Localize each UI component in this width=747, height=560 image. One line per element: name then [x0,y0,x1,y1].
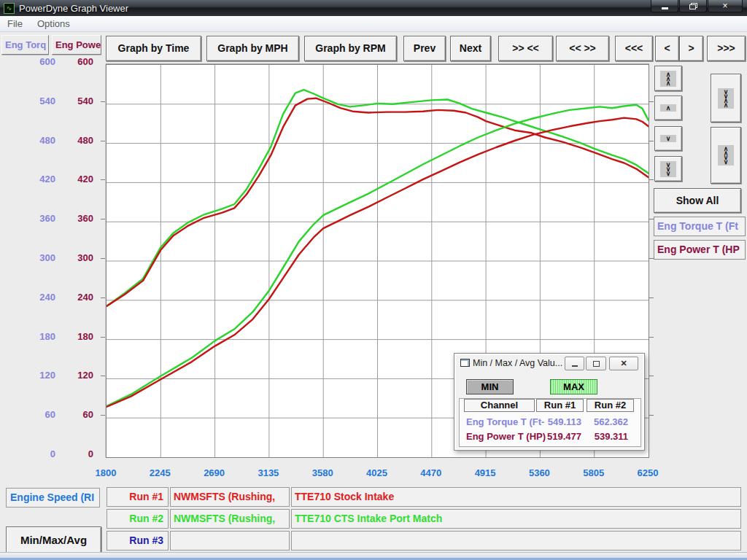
chevron-up-icon: ∧ [660,104,677,112]
x-tick-label: 5360 [516,467,562,478]
popup-minimize-button[interactable] [565,357,584,370]
popup-minimize-icon [572,365,578,367]
restore-icon [689,3,697,9]
next-button[interactable]: Next [450,36,491,61]
pan-right-button[interactable]: > [679,36,703,61]
graph-by-mph-button[interactable]: Graph by MPH [206,36,299,61]
min-toggle-button[interactable]: MIN [466,379,514,394]
run3-label[interactable]: Run #3 [107,531,169,551]
run2-file-box[interactable]: NWMSFTS (Rushing, [170,509,290,529]
run2-description-box[interactable]: TTE710 CTS Intake Port Match [291,509,741,529]
x-tick-label: 6250 [624,467,671,478]
maximize-button[interactable] [679,0,707,12]
axis-tick-mark [101,376,105,376]
y-tick-label-power: 120 [60,370,93,381]
axis-tick-mark [101,141,105,141]
menu-options[interactable]: Options [30,16,77,31]
compress-vertical-icon: ∨ ∨ ∧ ∧ [718,88,735,109]
power-channel-label[interactable]: Eng Power T (HP [654,240,746,260]
zoom-out-x-button[interactable]: << >> [556,36,609,61]
power-row-run1-value: 519.477 [535,431,581,442]
x-tick-label: 3135 [245,467,292,478]
axis-tick-mark [649,337,654,338]
menu-file[interactable]: File [0,16,30,31]
y-tick-label-power: 0 [60,448,93,460]
x-tick-label: 2245 [136,467,183,478]
y-tick-label-power: 180 [60,331,93,343]
column-header-channel: Channel [464,399,535,412]
pan-far-left-button[interactable]: <<< [615,36,653,61]
pan-far-right-button[interactable]: >>> [707,36,746,61]
graph-by-time-button[interactable]: Graph by Time [106,36,201,61]
y-tick-label-torque: 120 [4,370,55,381]
axis-tick-mark [101,337,105,338]
y-tick-label-power: 60 [60,409,93,421]
tab-eng-power[interactable]: Eng Powe [52,35,101,55]
power-row-channel: Eng Power T (HP) [466,431,546,442]
axis-tick-mark [101,101,105,102]
graph-by-rpm-button[interactable]: Graph by RPM [304,36,397,61]
min-max-avg-button[interactable]: Min/Max/Avg [6,526,101,554]
axis-tick-mark [649,376,654,376]
y-zoom-out-button[interactable]: ∧ ∧ ∨ ∨ [711,127,741,184]
x-tick-label: 4915 [462,467,508,478]
axis-tick-mark [101,258,105,259]
run3-description-box[interactable] [291,531,741,551]
y-tick-label-power: 600 [60,56,93,68]
y-tick-label-torque: 360 [4,213,55,225]
tab-eng-torque[interactable]: Eng Torq [1,35,49,55]
y-tick-label-power: 420 [60,174,93,185]
y-tick-label-power: 300 [60,252,93,264]
torque-row-run1-value: 549.113 [535,416,581,427]
scroll-down-button[interactable]: ∨ [654,126,682,151]
x-tick-label: 5805 [570,467,617,478]
column-header-run1: Run #1 [536,399,584,412]
popup-close-icon: ✕ [620,359,627,368]
torque-row-channel: Eng Torque T (Ft- [466,416,544,427]
max-toggle-button[interactable]: MAX [550,379,597,394]
y-tick-label-torque: 540 [4,96,55,107]
chevron-down-icon: ∨ [660,135,677,142]
y-tick-label-torque: 60 [4,409,55,421]
axis-tick-mark [649,101,654,102]
pan-left-button[interactable]: < [655,36,679,61]
zoom-in-x-button[interactable]: >> << [498,36,553,61]
prev-button[interactable]: Prev [403,36,446,61]
x-tick-label: 4025 [354,467,400,478]
column-header-run2: Run #2 [587,399,634,412]
x-axis-channel-box[interactable]: Engine Speed (RI [6,488,100,508]
axis-tick-mark [649,179,654,180]
popup-window-icon [460,359,470,367]
run2-label[interactable]: Run #2 [107,509,169,529]
axis-tick-mark [649,415,654,416]
min-max-popup-window[interactable]: Min / Max / Avg Valu... ✕ MIN MAX Channe… [454,353,645,451]
popup-restore-button[interactable] [586,357,606,370]
scroll-up-fast-button[interactable]: ∧ ∧ ∧ [654,66,682,91]
torque-channel-label[interactable]: Eng Torque T (Ft [654,217,746,236]
app-icon: ∿ [4,3,15,14]
triple-chevron-up-icon: ∧ ∧ ∧ [660,71,677,87]
scroll-up-button[interactable]: ∧ [654,96,682,120]
close-icon: × [722,1,727,11]
run3-file-box[interactable] [170,531,290,551]
minimize-icon [662,7,668,9]
x-tick-label: 3580 [299,467,346,478]
app-window: ∿ PowerDyne Graph Viewer × File Options … [0,0,747,560]
y-tick-label-power: 540 [60,96,93,107]
y-tick-label-torque: 420 [4,174,55,185]
menu-bar: File Options [0,16,747,32]
run1-file-box[interactable]: NWMSFTS (Rushing, [170,487,290,507]
close-button[interactable]: × [708,0,743,12]
x-tick-label: 4470 [408,467,454,478]
show-all-button[interactable]: Show All [654,188,741,213]
y-zoom-in-button[interactable]: ∨ ∨ ∧ ∧ [711,74,741,122]
expand-vertical-icon: ∧ ∧ ∨ ∨ [718,145,735,166]
run1-description-box[interactable]: TTE710 Stock Intake [291,487,741,507]
y-tick-label-power: 360 [60,213,93,225]
run1-label[interactable]: Run #1 [107,487,169,507]
popup-close-button[interactable]: ✕ [609,357,638,370]
scroll-down-fast-button[interactable]: ∨ ∨ ∨ [654,156,682,182]
y-tick-label-torque: 600 [4,56,55,68]
y-tick-label-power: 480 [60,135,93,147]
minimize-button[interactable] [651,0,678,12]
